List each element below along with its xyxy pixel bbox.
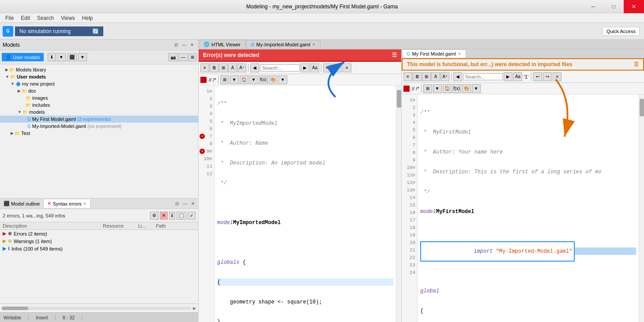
h-scrollbar[interactable] [2, 307, 191, 310]
r-fmt-5[interactable]: A⁺ [441, 72, 449, 81]
format-btn-5[interactable]: A⁺ [237, 64, 246, 72]
left-code-content[interactable]: /** * MyImportedModel * Author: Name * D… [215, 86, 396, 322]
menu-edit[interactable]: Edit [17, 14, 34, 22]
error-filter-btn[interactable]: ✕ [160, 212, 168, 220]
tab-close-x[interactable]: ✕ [83, 202, 87, 206]
errors-group[interactable]: ▶ ⊗ Errors (2 items) [0, 230, 198, 237]
search-input-left[interactable] [260, 64, 300, 71]
format-btn-3[interactable]: ⊞ [219, 64, 228, 72]
r-fmt-2[interactable]: ≣ [413, 72, 422, 81]
right-scrollbar[interactable] [639, 94, 644, 322]
left-scrollbar[interactable] [396, 86, 401, 322]
format-btn-4[interactable]: A [228, 64, 237, 72]
back-btn[interactable]: ↩ [323, 64, 332, 72]
left-scrollbar-thumb[interactable] [397, 90, 401, 108]
tree-item-images[interactable]: 📁 images [0, 94, 198, 101]
first-model-tab-close[interactable]: ✕ [458, 52, 461, 56]
r-fwd-btn[interactable]: ↪ [543, 72, 552, 81]
r-more-btn[interactable]: ≡ [553, 72, 561, 81]
stop-btn[interactable] [200, 77, 207, 83]
copy-btn[interactable]: 📋 [177, 212, 186, 220]
user-models-button[interactable]: 👤 User models [2, 53, 44, 61]
ok-btn[interactable]: ✓ [188, 212, 196, 220]
prev-btn[interactable]: ◀ [250, 64, 259, 72]
tab-my-first-model[interactable]: G My First Model.gaml ✕ [402, 49, 466, 58]
r-aa-btn[interactable]: Aa [513, 72, 522, 81]
tab-html-viewer[interactable]: 🌐 HTML Viewer [199, 40, 245, 49]
r-fmt-4[interactable]: A [431, 72, 440, 81]
new2-btn[interactable]: ▼ [78, 53, 87, 61]
tree-item-test[interactable]: ▶ 📁 Test [0, 130, 198, 137]
close-panel-btn[interactable]: ✕ [188, 41, 196, 49]
fwd-btn[interactable]: ↪ [333, 64, 342, 72]
import-btn[interactable]: ⬇ [48, 53, 56, 61]
r-theme-drop[interactable]: ▼ [472, 84, 481, 93]
aa-btn[interactable]: Aa [310, 64, 319, 72]
banner-menu-right[interactable]: ☰ [634, 61, 639, 67]
align-btn[interactable]: ⊞ [220, 75, 229, 84]
camera-btn[interactable]: 📷 [168, 53, 178, 61]
settings-btn[interactable]: ⚙ [150, 212, 158, 220]
info-filter-btn[interactable]: ℹ [169, 212, 175, 220]
next-btn[interactable]: ▶ [301, 64, 309, 72]
build-btn[interactable]: 🏠 [240, 75, 249, 84]
new-btn[interactable]: ⬛ [67, 53, 77, 61]
r-func-btn[interactable]: f(x) [452, 84, 461, 93]
build-drop-btn[interactable]: ▼ [249, 75, 258, 84]
tab-imported-model[interactable]: G My-Imported-Model.gaml ✕ [246, 40, 320, 49]
r-build-btn[interactable]: 🏠 [443, 84, 452, 93]
h-scrollbar-thumb[interactable] [2, 307, 28, 310]
tab-model-outline[interactable]: ⬛ Model outline [0, 199, 44, 208]
maximize-button[interactable]: □ [603, 0, 624, 13]
menu-search[interactable]: Search [34, 14, 57, 22]
left-code-area[interactable]: 1⊖ 2 3 4 5 6 ✕ 7 8 ✕ 9⊖ [199, 86, 401, 322]
minimize-button[interactable]: ─ [583, 0, 603, 13]
tree-item-includes[interactable]: 📁 includes [0, 101, 198, 109]
r-align-btn[interactable]: ⊞ [423, 84, 432, 93]
close-button[interactable]: ✕ [624, 0, 644, 13]
right-code-content[interactable]: /** * MyFirstModel * Author: Your name h… [418, 94, 639, 322]
r-prev-btn[interactable]: ◀ [453, 72, 462, 81]
tree-item-models-library[interactable]: ▶ 📁 Models library [0, 66, 198, 73]
imported-tab-close[interactable]: ✕ [312, 42, 316, 47]
tree-item-models-folder[interactable]: ▼ 📁 models [0, 109, 198, 116]
r-theme-btn[interactable]: 🎨 [462, 84, 471, 93]
quick-access-button[interactable]: Quick Access [603, 27, 640, 36]
banner-menu[interactable]: ☰ [392, 52, 397, 58]
format-btn-1[interactable]: ≡ [200, 64, 209, 72]
func-btn[interactable]: f(x) [259, 75, 268, 84]
menu-file[interactable]: File [2, 14, 17, 22]
tree-item-my-first-model[interactable]: G My First Model.gaml (3 experiments) [0, 116, 198, 123]
dropdown-btn[interactable]: ▼ [57, 53, 66, 61]
restore-bottom-btn[interactable]: — [181, 200, 188, 207]
r-back-btn[interactable]: ↩ [533, 72, 542, 81]
tree-item-my-imported-model[interactable]: G My-Imported-Model.gaml (no experiment) [0, 123, 198, 130]
warnings-group[interactable]: ▶ ⊗ Warnings (1 item) [0, 237, 198, 245]
r-next-btn[interactable]: ▶ [504, 72, 512, 81]
dropdown2-btn[interactable]: ▼ [230, 75, 239, 84]
scroll-right-arrow[interactable]: ▶ [193, 306, 196, 311]
tab-syntax-errors[interactable]: ✕ Syntax errors ✕ [44, 199, 90, 208]
restore-btn[interactable]: ⊞ [188, 53, 196, 61]
r-fmt-3[interactable]: ⊞ [422, 72, 431, 81]
comment-btn[interactable]: // /* [209, 77, 216, 82]
minus-btn[interactable]: — [179, 53, 188, 61]
tree-item-my-new-project[interactable]: ▼ 🔷 my new project [0, 80, 198, 87]
format-btn-2[interactable]: ≣ [210, 64, 218, 72]
r-fmt-1[interactable]: ≡ [403, 72, 412, 81]
tree-item-user-models[interactable]: ▼ 📁 User models [0, 73, 198, 80]
infos-group[interactable]: ▶ ℹ Infos (100 of 549 items) [0, 245, 198, 252]
right-scrollbar-thumb[interactable] [640, 99, 644, 116]
menu-views[interactable]: Views [57, 14, 79, 22]
theme-drop-btn[interactable]: ▼ [279, 75, 287, 84]
minimize-bottom-btn[interactable]: ⊟ [173, 200, 181, 207]
minimize-panel-btn[interactable]: ⊟ [173, 41, 180, 49]
restore-panel-btn[interactable]: — [181, 41, 188, 49]
more-btn[interactable]: ≡ [343, 64, 351, 72]
theme-btn[interactable]: 🎨 [269, 75, 278, 84]
tree-item-doc[interactable]: ▶ 📁 doc [0, 87, 198, 94]
search-input-right[interactable] [463, 73, 503, 80]
close-bottom-btn[interactable]: ✕ [189, 200, 196, 207]
right-code-area[interactable]: 1⊖ 2 3 4 5 6 7 8 9 10⊖ 11⊖ 12⊖ 13⊖ 14 [402, 94, 644, 322]
r-stop-btn[interactable] [403, 86, 410, 92]
